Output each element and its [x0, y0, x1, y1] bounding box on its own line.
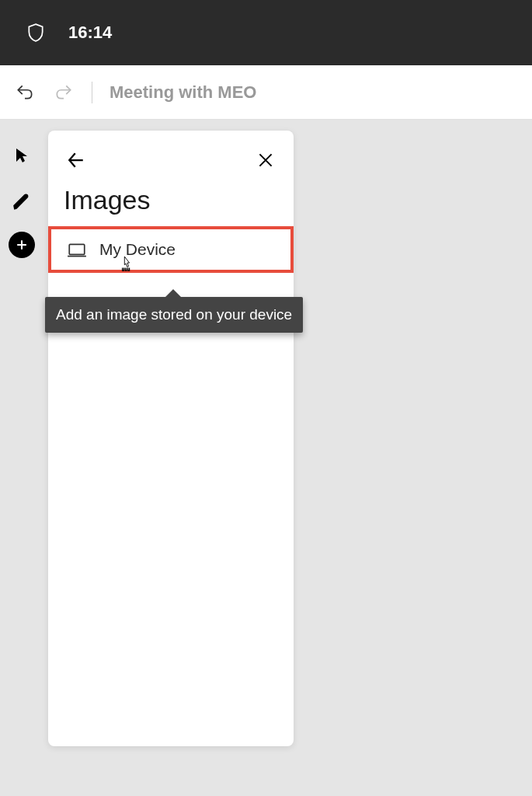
- panel-header: [48, 143, 294, 177]
- undo-button[interactable]: [14, 82, 36, 103]
- svg-rect-0: [69, 244, 85, 254]
- toolbar-divider: [92, 82, 92, 103]
- laptop-icon: [67, 243, 85, 257]
- status-time: 16:14: [68, 23, 112, 43]
- status-bar: 16:14: [0, 0, 532, 65]
- sidebar-add-button[interactable]: [9, 232, 35, 258]
- redo-button[interactable]: [53, 82, 75, 103]
- content-area: Images My Device Add an image stored on …: [0, 120, 532, 796]
- sidebar-cursor-tool[interactable]: [5, 138, 39, 173]
- close-button[interactable]: [253, 148, 278, 173]
- shield-icon: [25, 22, 47, 44]
- tooltip: Add an image stored on your device: [45, 297, 303, 333]
- sidebar-pen-tool[interactable]: [5, 185, 39, 219]
- page-title: Meeting with MEO: [110, 82, 256, 103]
- my-device-option[interactable]: My Device: [48, 226, 294, 273]
- back-button[interactable]: [64, 148, 89, 173]
- left-sidebar: [5, 138, 43, 258]
- my-device-label: My Device: [99, 240, 176, 259]
- images-panel: Images My Device Add an image stored on …: [48, 131, 294, 746]
- toolbar: Meeting with MEO: [0, 65, 532, 120]
- panel-title: Images: [48, 177, 294, 226]
